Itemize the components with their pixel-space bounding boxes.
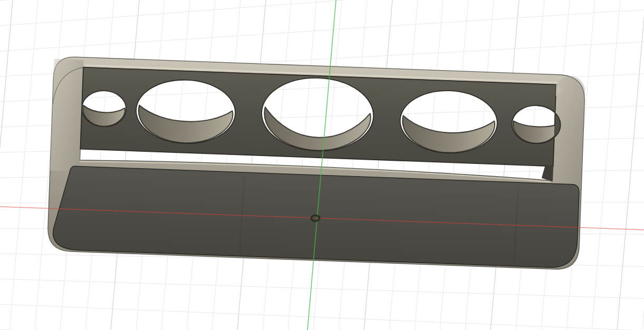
grid-line-horizontal [0,279,644,298]
grid-line-vertical [0,0,13,330]
grid-line-vertical [288,0,316,330]
grid-line-vertical [339,0,367,330]
grid-line-vertical [389,0,418,330]
grid-line-vertical [440,0,468,330]
grid-line-horizontal [0,304,644,330]
cad-viewport-canvas[interactable] [0,0,644,330]
grid-line-horizontal [0,0,644,1]
left-wall-shading [50,59,84,172]
slot-end-shadow [542,165,553,182]
grid-line-horizontal [0,0,644,26]
grid-line-vertical [415,0,443,330]
grid-line-vertical [617,0,644,330]
y-axis-line [307,0,336,330]
origin-indicator[interactable] [311,216,320,221]
grid-line-horizontal [0,9,644,51]
grid-line-vertical [313,0,342,330]
grid-line-vertical [465,0,494,330]
grid-line-vertical [364,0,392,330]
grid-line-vertical [592,0,620,330]
